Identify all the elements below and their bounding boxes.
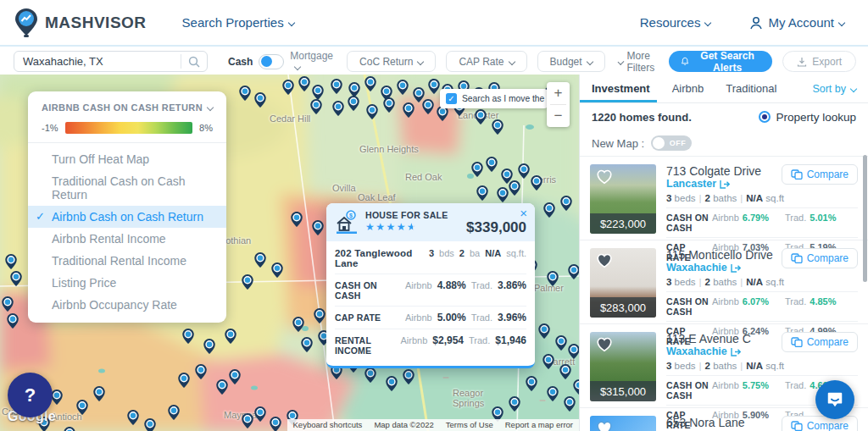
map-pin[interactable] xyxy=(492,119,504,135)
map-pin[interactable] xyxy=(195,364,207,379)
map-pin[interactable] xyxy=(568,264,579,279)
map-pin[interactable] xyxy=(254,92,266,108)
checkbox-checked-icon[interactable]: ✓ xyxy=(446,93,457,104)
terms-of-use-link[interactable]: Terms of Use xyxy=(440,419,499,431)
tab-investment[interactable]: Investment xyxy=(592,75,650,102)
map-pin[interactable] xyxy=(144,418,156,431)
tab-traditional[interactable]: Traditional xyxy=(726,75,776,102)
map-pin[interactable] xyxy=(254,252,266,268)
map-pin[interactable] xyxy=(310,99,322,114)
map-pin[interactable] xyxy=(568,344,579,359)
map-pin[interactable] xyxy=(428,79,440,94)
map-pin[interactable] xyxy=(476,185,488,201)
map-pin[interactable] xyxy=(10,271,22,286)
map-pin[interactable] xyxy=(298,76,310,91)
keyboard-shortcuts-link[interactable]: Keyboard shortcuts xyxy=(287,419,369,431)
property-card[interactable]: $223,000 713 Colgate Drive Lancaster 3 b… xyxy=(580,156,868,240)
map-pin[interactable] xyxy=(242,413,253,428)
map-pin[interactable] xyxy=(291,212,303,227)
map-pin[interactable] xyxy=(312,85,324,100)
map-pin[interactable] xyxy=(486,157,498,172)
get-search-alerts-button[interactable]: Get Search Alerts xyxy=(669,51,773,72)
cash-mortgage-toggle[interactable] xyxy=(259,54,284,69)
property-card[interactable]: $283,000 115 Monticello Drive Waxahachie… xyxy=(580,240,868,323)
tab-airbnb[interactable]: Airbnb xyxy=(672,75,704,102)
heatmap-option-traditional-rental-income[interactable]: Traditional Rental Income xyxy=(28,250,226,272)
property-photo[interactable]: $283,000 xyxy=(590,248,656,318)
map-pin[interactable] xyxy=(538,323,550,339)
nav-resources[interactable]: Resources xyxy=(640,15,711,30)
map-pin[interactable] xyxy=(509,396,520,412)
chat-launcher-button[interactable] xyxy=(815,380,854,419)
favorite-heart-icon[interactable] xyxy=(596,421,613,431)
map-pin[interactable] xyxy=(518,163,530,179)
map-pin[interactable] xyxy=(386,376,398,391)
map-canvas[interactable]: Cedar HillLancasterGlenn HeightsRed OakF… xyxy=(0,75,579,431)
map-pin[interactable] xyxy=(168,405,180,420)
map-pin[interactable] xyxy=(559,364,571,379)
nav-my-account[interactable]: My Account xyxy=(749,15,844,30)
map-pin[interactable] xyxy=(526,376,537,391)
map-pin[interactable] xyxy=(242,274,253,290)
report-map-error-link[interactable]: Report a map error xyxy=(499,419,579,431)
map-pin[interactable] xyxy=(93,386,105,401)
favorite-heart-icon[interactable] xyxy=(596,337,613,352)
map-pin[interactable] xyxy=(547,386,559,401)
property-lookup-radio[interactable]: Property lookup xyxy=(759,111,856,124)
map-pin[interactable] xyxy=(403,369,415,384)
map-pin[interactable] xyxy=(254,406,266,422)
radio-selected-icon[interactable] xyxy=(759,111,771,123)
compare-button[interactable]: Compare xyxy=(782,164,858,185)
map-pin[interactable] xyxy=(422,99,434,114)
map-pin[interactable] xyxy=(301,337,313,352)
mashvisor-logo[interactable]: MASHVISOR xyxy=(14,8,147,38)
more-filters[interactable]: More Filters xyxy=(619,50,669,74)
budget-filter[interactable]: Budget xyxy=(537,51,605,72)
search-icon[interactable] xyxy=(181,56,207,68)
heatmap-option-turn-off[interactable]: Turn Off Heat Map xyxy=(28,148,226,170)
map-pin[interactable] xyxy=(383,97,395,113)
map-pin[interactable] xyxy=(364,76,376,91)
help-button[interactable]: ? xyxy=(8,373,53,417)
map-pin[interactable] xyxy=(76,400,88,415)
coc-return-filter[interactable]: CoC Return xyxy=(347,51,436,72)
map-pin[interactable] xyxy=(555,335,567,351)
map-pin[interactable] xyxy=(5,254,17,269)
map-pin[interactable] xyxy=(397,80,409,95)
search-move-map-control[interactable]: ✓ Search as I move the map xyxy=(440,89,548,108)
property-photo[interactable] xyxy=(590,416,656,431)
map-pin[interactable] xyxy=(509,180,520,196)
map-pin[interactable] xyxy=(560,196,572,211)
map-pin[interactable] xyxy=(573,379,579,395)
map-pin[interactable] xyxy=(271,262,283,278)
compare-button[interactable]: Compare xyxy=(782,332,858,352)
compare-button[interactable]: Compare xyxy=(782,248,858,268)
property-photo[interactable]: $223,000 xyxy=(590,164,656,234)
map-pin[interactable] xyxy=(331,79,342,94)
heatmap-option-airbnb-occupancy[interactable]: Airbnb Occupancy Rate xyxy=(28,294,226,316)
location-search-input[interactable] xyxy=(14,55,181,68)
map-pin[interactable] xyxy=(7,313,19,329)
map-pin[interactable] xyxy=(348,96,359,111)
map-pin[interactable] xyxy=(543,202,555,218)
map-pin[interactable] xyxy=(312,220,324,235)
map-pin[interactable] xyxy=(203,339,215,354)
map-pin[interactable] xyxy=(292,317,304,332)
new-map-toggle[interactable]: OFF xyxy=(651,135,692,151)
map-pin[interactable] xyxy=(51,390,63,405)
map-pin[interactable] xyxy=(471,162,483,177)
heatmap-option-airbnb-rental-income[interactable]: Airbnb Rental Income xyxy=(28,228,226,250)
map-pin[interactable] xyxy=(531,175,542,191)
map-pin[interactable] xyxy=(270,417,281,431)
zoom-out-button[interactable]: − xyxy=(547,105,570,127)
sort-by-dropdown[interactable]: Sort by xyxy=(812,83,856,95)
zoom-in-button[interactable]: + xyxy=(547,82,570,104)
panel-scrollbar[interactable] xyxy=(863,155,867,282)
map-pin[interactable] xyxy=(366,104,378,119)
map-pin[interactable] xyxy=(332,101,344,116)
map-pin[interactable] xyxy=(225,329,236,344)
map-pin[interactable] xyxy=(547,271,559,286)
map-pin[interactable] xyxy=(216,379,228,395)
heatmap-option-traditional-coc[interactable]: Traditional Cash on Cash Return xyxy=(28,170,226,206)
favorite-heart-icon[interactable] xyxy=(596,169,613,185)
